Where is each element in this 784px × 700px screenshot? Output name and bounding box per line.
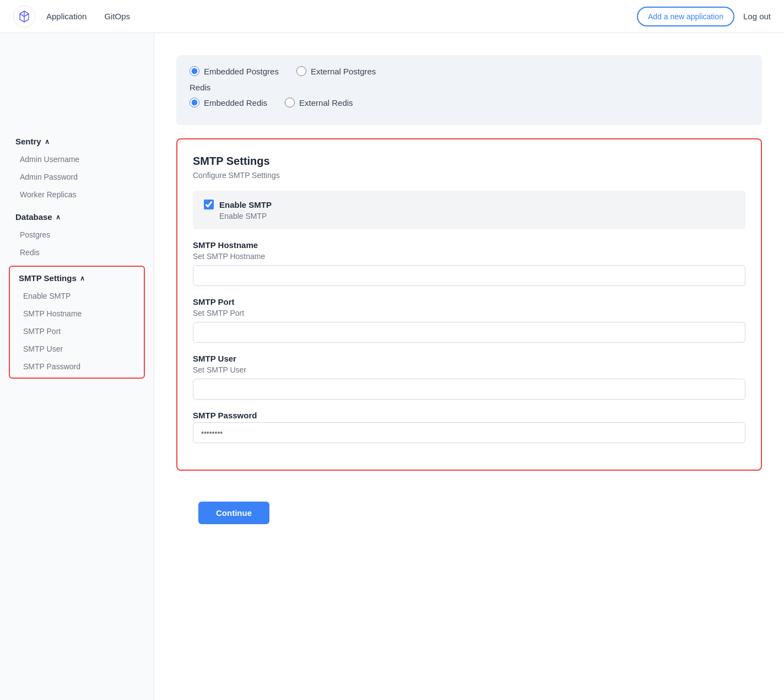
- logout-button[interactable]: Log out: [743, 12, 771, 21]
- external-redis-label: External Redis: [299, 98, 353, 107]
- embedded-postgres-option[interactable]: Embedded Postgres: [190, 66, 279, 76]
- sidebar-section-sentry: Sentry ∧ Admin Username Admin Password W…: [9, 132, 145, 203]
- sidebar-database-label: Database: [15, 212, 52, 222]
- smtp-password-field: SMTP Password: [193, 411, 745, 443]
- smtp-user-input[interactable]: [193, 379, 745, 400]
- smtp-settings-card: SMTP Settings Configure SMTP Settings En…: [176, 138, 762, 471]
- smtp-port-label: SMTP Port: [193, 297, 745, 306]
- smtp-port-input[interactable]: [193, 322, 745, 343]
- chevron-up-icon: ∧: [45, 138, 50, 146]
- embedded-postgres-label: Embedded Postgres: [204, 67, 279, 76]
- enable-smtp-label: Enable SMTP: [219, 200, 272, 209]
- enable-smtp-checkbox-row: Enable SMTP: [204, 200, 734, 209]
- external-redis-radio[interactable]: [285, 98, 295, 107]
- sidebar-section-smtp: SMTP Settings ∧ Enable SMTP SMTP Hostnam…: [9, 266, 145, 379]
- enable-smtp-checkbox[interactable]: [204, 200, 214, 209]
- external-postgres-radio[interactable]: [296, 66, 306, 76]
- smtp-user-field: SMTP User Set SMTP User: [193, 354, 745, 400]
- postgres-radio-group: Embedded Postgres External Postgres: [190, 66, 749, 76]
- chevron-up-icon: ∧: [56, 213, 61, 221]
- add-application-button[interactable]: Add a new application: [637, 7, 734, 26]
- sidebar-section-database: Database ∧ Postgres Redis: [9, 208, 145, 261]
- continue-button[interactable]: Continue: [198, 502, 269, 524]
- sidebar-sentry-label: Sentry: [15, 137, 41, 146]
- sidebar-smtp-label: SMTP Settings: [19, 273, 77, 283]
- chevron-up-icon: ∧: [80, 274, 85, 282]
- sidebar-item-smtp-user[interactable]: SMTP User: [12, 340, 142, 358]
- external-redis-option[interactable]: External Redis: [285, 98, 353, 107]
- nav-gitops[interactable]: GitOps: [104, 9, 130, 23]
- smtp-hostname-field: SMTP Hostname Set SMTP Hostname: [193, 240, 745, 286]
- sidebar-item-smtp-port[interactable]: SMTP Port: [12, 322, 142, 340]
- smtp-port-description: Set SMTP Port: [193, 309, 745, 317]
- embedded-redis-option[interactable]: Embedded Redis: [190, 98, 267, 107]
- sidebar-section-database-header[interactable]: Database ∧: [9, 208, 145, 226]
- main-nav: Application GitOps: [46, 9, 637, 23]
- smtp-user-label: SMTP User: [193, 354, 745, 363]
- header-actions: Add a new application Log out: [637, 7, 771, 26]
- sidebar: Sentry ∧ Admin Username Admin Password W…: [0, 33, 154, 700]
- nav-application[interactable]: Application: [46, 9, 86, 23]
- smtp-password-label: SMTP Password: [193, 411, 745, 420]
- embedded-redis-label: Embedded Redis: [204, 98, 267, 107]
- smtp-card-title: SMTP Settings: [193, 155, 745, 168]
- enable-smtp-section: Enable SMTP Enable SMTP: [193, 191, 745, 229]
- enable-smtp-description: Enable SMTP: [219, 212, 734, 220]
- sidebar-section-smtp-header[interactable]: SMTP Settings ∧: [12, 269, 142, 287]
- sidebar-item-enable-smtp[interactable]: Enable SMTP: [12, 287, 142, 305]
- sidebar-item-postgres[interactable]: Postgres: [9, 226, 145, 244]
- sidebar-item-smtp-hostname[interactable]: SMTP Hostname: [12, 305, 142, 322]
- redis-label: Redis: [190, 83, 749, 92]
- footer-area: Continue: [176, 488, 762, 546]
- app-logo: [13, 6, 35, 28]
- sidebar-item-worker-replicas[interactable]: Worker Replicas: [9, 186, 145, 203]
- smtp-user-description: Set SMTP User: [193, 365, 745, 374]
- app-header: Application GitOps Add a new application…: [0, 0, 784, 33]
- embedded-redis-radio[interactable]: [190, 98, 199, 107]
- smtp-hostname-label: SMTP Hostname: [193, 240, 745, 250]
- sidebar-item-redis[interactable]: Redis: [9, 244, 145, 261]
- smtp-hostname-input[interactable]: [193, 265, 745, 286]
- smtp-card-subtitle: Configure SMTP Settings: [193, 171, 745, 180]
- external-postgres-label: External Postgres: [311, 67, 376, 76]
- sidebar-item-admin-username[interactable]: Admin Username: [9, 150, 145, 168]
- main-content: Sentry ∧ Admin Username Admin Password W…: [0, 33, 784, 700]
- sidebar-item-admin-password[interactable]: Admin Password: [9, 168, 145, 186]
- smtp-password-input[interactable]: [193, 422, 745, 443]
- smtp-hostname-description: Set SMTP Hostname: [193, 252, 745, 261]
- embedded-postgres-radio[interactable]: [190, 66, 199, 76]
- sidebar-item-smtp-password[interactable]: SMTP Password: [12, 358, 142, 375]
- sidebar-section-sentry-header[interactable]: Sentry ∧: [9, 132, 145, 150]
- postgres-redis-section: Embedded Postgres External Postgres Redi…: [176, 55, 762, 125]
- smtp-port-field: SMTP Port Set SMTP Port: [193, 297, 745, 343]
- external-postgres-option[interactable]: External Postgres: [296, 66, 376, 76]
- redis-radio-group: Embedded Redis External Redis: [190, 98, 749, 107]
